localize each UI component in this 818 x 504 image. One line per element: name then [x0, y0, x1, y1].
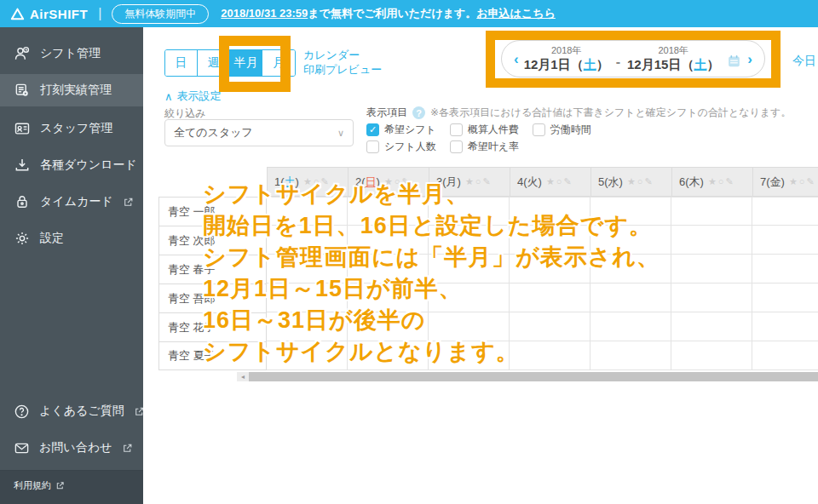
schedule-cell[interactable]: [590, 312, 671, 341]
schedule-cell[interactable]: [510, 284, 590, 312]
sidebar-item-faq[interactable]: よくあるご質問: [0, 397, 143, 426]
schedule-cell[interactable]: [267, 312, 348, 341]
staff-row-name: 青空 吾郎: [158, 284, 267, 312]
help-icon[interactable]: ?: [412, 106, 425, 119]
schedule-cell[interactable]: [348, 341, 429, 369]
range-end[interactable]: 2018年 12月15日（土）: [627, 44, 719, 73]
date-header-6[interactable]: 6(木)★○✎: [672, 168, 753, 196]
today-link[interactable]: 今日: [792, 54, 816, 69]
date-header-4[interactable]: 4(火)★○✎: [510, 168, 591, 196]
header-action-icons[interactable]: ★○✎: [546, 176, 573, 187]
table-row: [267, 197, 818, 226]
date-header-2[interactable]: 2(日)★○✎: [349, 168, 429, 196]
schedule-cell[interactable]: [590, 341, 671, 369]
date-header-5[interactable]: 5(水)★○✎: [591, 168, 672, 196]
staff-row-name: 青空 夏子: [158, 341, 267, 370]
sidebar-item-time-records[interactable]: 打刻実績管理: [0, 74, 143, 106]
schedule-cell[interactable]: [348, 198, 429, 225]
checkbox-shift-count[interactable]: シフト人数: [366, 140, 436, 154]
sidebar-item-shift-management[interactable]: シフト管理: [0, 39, 143, 68]
horizontal-scrollbar[interactable]: ◂: [237, 372, 818, 381]
schedule-cell[interactable]: [348, 255, 429, 283]
schedule-cell[interactable]: [671, 284, 752, 312]
schedule-cell[interactable]: [590, 226, 671, 254]
schedule-cell[interactable]: [267, 255, 348, 283]
tab-week[interactable]: 週: [198, 50, 230, 76]
schedule-cell[interactable]: [752, 341, 818, 369]
schedule-cell[interactable]: [510, 198, 590, 225]
display-settings-label: 表示設定: [177, 89, 222, 104]
checkbox-label: 労働時間: [550, 123, 591, 137]
next-period-chevron-icon[interactable]: ›: [747, 52, 752, 66]
staff-filter-select[interactable]: 全てのスタッフ ∨: [164, 119, 354, 146]
checkbox-wish-rate[interactable]: 希望叶え率: [450, 140, 519, 154]
sidebar-item-settings[interactable]: 設定: [0, 224, 143, 253]
shift-icon: [14, 45, 31, 62]
sidebar-item-downloads[interactable]: 各種ダウンロード: [0, 151, 143, 180]
schedule-cell[interactable]: [348, 312, 429, 341]
schedule-cell[interactable]: [267, 226, 348, 254]
schedule-cell[interactable]: [510, 226, 590, 254]
schedule-cell[interactable]: [429, 198, 510, 225]
schedule-cell[interactable]: [510, 341, 590, 369]
date-header-3[interactable]: 3(月)★○✎: [429, 168, 510, 196]
schedule-cell[interactable]: [510, 255, 590, 283]
checkbox-working-hours[interactable]: 労働時間: [533, 123, 602, 137]
schedule-cell[interactable]: [752, 312, 818, 341]
schedule-cell[interactable]: [671, 255, 752, 283]
schedule-cell[interactable]: [267, 284, 348, 312]
schedule-cell[interactable]: [267, 198, 348, 225]
schedule-cell[interactable]: [267, 341, 348, 369]
checkbox-labor-cost[interactable]: 概算人件費: [450, 123, 519, 137]
schedule-cell[interactable]: [348, 284, 429, 312]
staff-row-name: 青空 花子: [158, 312, 267, 341]
sidebar-item-label: お問い合わせ: [39, 440, 112, 455]
schedule-cell[interactable]: [429, 284, 510, 312]
schedule-cell[interactable]: [671, 312, 752, 341]
schedule-cell[interactable]: [348, 226, 429, 254]
schedule-cell[interactable]: [429, 312, 510, 341]
terms-link[interactable]: 利用規約: [14, 479, 143, 492]
schedule-cell[interactable]: [752, 198, 818, 225]
sidebar-item-contact[interactable]: お問い合わせ: [0, 433, 143, 462]
schedule-cell[interactable]: [510, 312, 590, 341]
schedule-cell[interactable]: [590, 198, 671, 225]
calendar-picker-icon[interactable]: [726, 53, 742, 70]
airshift-logo[interactable]: AirSHIFT: [10, 7, 88, 21]
header-action-icons[interactable]: ★○✎: [789, 176, 816, 187]
schedule-cell[interactable]: [752, 284, 818, 312]
header-action-icons[interactable]: ★○✎: [303, 176, 331, 187]
scrollbar-thumb[interactable]: [249, 372, 818, 381]
sidebar-item-timecard[interactable]: タイムカード: [0, 187, 143, 216]
schedule-cell[interactable]: [590, 284, 671, 312]
sidebar-item-label: スタッフ管理: [40, 121, 112, 136]
header-action-icons[interactable]: ★○✎: [708, 176, 735, 187]
schedule-cell[interactable]: [752, 255, 818, 283]
tab-month[interactable]: 月: [262, 50, 295, 76]
promo-deadline: 2018/10/31 23:59: [221, 7, 308, 20]
schedule-cell[interactable]: [671, 341, 752, 369]
apply-link[interactable]: お申込はこちら: [476, 7, 556, 20]
sidebar-item-staff-management[interactable]: スタッフ管理: [0, 114, 143, 143]
prev-period-chevron-icon[interactable]: ‹: [514, 52, 519, 66]
schedule-cell[interactable]: [752, 226, 818, 254]
checkbox-desired-shift[interactable]: ✓ 希望シフト: [366, 123, 436, 137]
schedule-cell[interactable]: [429, 226, 510, 254]
header-action-icons[interactable]: ★○✎: [384, 176, 412, 187]
schedule-cell[interactable]: [590, 255, 671, 283]
schedule-cell[interactable]: [429, 255, 510, 283]
display-settings-toggle[interactable]: ∧ 表示設定: [164, 89, 222, 104]
date-header-1[interactable]: 1(土)★○✎: [268, 168, 349, 196]
scroll-left-arrow-icon[interactable]: ◂: [237, 372, 249, 381]
schedule-cell[interactable]: [429, 341, 510, 369]
header-action-icons[interactable]: ★○✎: [627, 176, 654, 187]
schedule-cell[interactable]: [671, 198, 752, 225]
tab-half-month[interactable]: 半月: [230, 50, 262, 76]
tab-day[interactable]: 日: [165, 50, 198, 76]
schedule-cell[interactable]: [671, 226, 752, 254]
print-preview-link[interactable]: 印刷プレビュー: [303, 62, 382, 77]
date-header-7[interactable]: 7(金)★○✎: [753, 168, 818, 196]
calendar-link[interactable]: カレンダー: [303, 48, 382, 62]
range-start[interactable]: 2018年 12月1日（土）: [524, 44, 609, 73]
header-action-icons[interactable]: ★○✎: [465, 176, 493, 187]
